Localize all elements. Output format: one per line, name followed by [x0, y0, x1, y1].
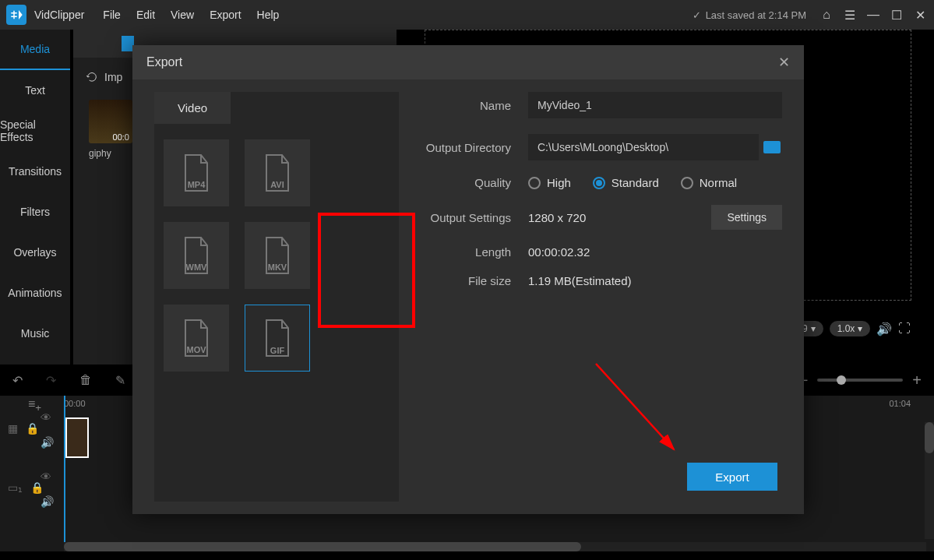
home-icon[interactable]: ⌂	[819, 7, 834, 23]
format-label: MP4	[188, 180, 206, 189]
quality-radio-standard[interactable]: Standard	[593, 176, 659, 189]
time-mark: 00:00	[64, 399, 86, 408]
filesize-value: 1.19 MB(Estimated)	[528, 274, 632, 287]
chevron-down-icon: ▾	[858, 323, 862, 334]
app-name: VidClipper	[34, 9, 84, 21]
sidebar-item-filters[interactable]: Filters	[0, 192, 70, 232]
radio-label: High	[547, 176, 571, 189]
length-label: Length	[419, 245, 528, 259]
check-icon: ✓	[693, 9, 701, 21]
sidebar-item-overlays[interactable]: Overlays	[0, 232, 70, 273]
maximize-button[interactable]: ☐	[889, 7, 904, 23]
format-label: WMV	[186, 262, 207, 272]
speaker-icon[interactable]: 🔊	[41, 436, 54, 449]
radio-icon	[528, 177, 541, 189]
format-wmv[interactable]: WMV	[164, 222, 229, 289]
sidebar-item-music[interactable]: Music	[0, 313, 70, 354]
format-label: GIF	[270, 346, 284, 355]
name-label: Name	[419, 99, 528, 112]
format-avi[interactable]: AVI	[245, 139, 310, 206]
menu-view[interactable]: View	[171, 9, 194, 21]
output-settings-label: Output Settings	[419, 211, 528, 224]
redo-icon[interactable]: ↷	[46, 373, 56, 388]
chevron-down-icon: ▾	[811, 323, 816, 334]
name-input[interactable]	[528, 92, 782, 118]
zoom-slider[interactable]	[817, 379, 903, 382]
quality-radio-high[interactable]: High	[528, 176, 571, 189]
format-panel: Video MP4AVIWMVMKVMOVGIF	[154, 92, 399, 502]
sidebar-item-transitions[interactable]: Transitions	[0, 151, 70, 192]
menu-help[interactable]: Help	[257, 9, 280, 21]
volume-icon[interactable]: 🔊	[876, 322, 892, 336]
titlebar: VidClipper File Edit View Export Help ✓ …	[0, 0, 934, 30]
radio-label: Normal	[700, 176, 737, 189]
export-button[interactable]: Export	[687, 463, 777, 491]
speed-label: 1.0x	[837, 323, 855, 334]
import-label: Imp	[104, 71, 122, 83]
save-status: ✓ Last saved at 2:14 PM	[693, 9, 806, 21]
radio-icon	[593, 177, 605, 189]
directory-input[interactable]	[528, 134, 759, 160]
directory-label: Output Directory	[419, 141, 528, 154]
radio-label: Standard	[612, 176, 659, 189]
format-gif[interactable]: GIF	[245, 305, 310, 372]
tab-video[interactable]: Video	[154, 92, 231, 124]
save-status-text: Last saved at 2:14 PM	[706, 9, 806, 21]
folder-icon[interactable]	[763, 141, 781, 153]
format-label: MOV	[186, 345, 206, 354]
dialog-title: Export	[146, 55, 182, 69]
export-dialog: Export ✕ Video MP4AVIWMVMKVMOVGIF Name O…	[132, 45, 804, 514]
sidebar-item-effects[interactable]: Special Effects	[0, 111, 70, 151]
refresh-icon	[86, 71, 98, 83]
dialog-close-button[interactable]: ✕	[778, 54, 790, 71]
quality-label: Quality	[419, 176, 528, 189]
length-value: 00:00:02.32	[528, 245, 590, 259]
speaker-icon[interactable]: 🔊	[41, 495, 54, 508]
delete-icon[interactable]: 🗑	[79, 373, 92, 387]
output-settings-value: 1280 x 720	[528, 211, 586, 224]
vertical-scrollbar[interactable]	[925, 422, 934, 539]
undo-icon[interactable]: ↶	[12, 373, 23, 388]
lock-icon[interactable]: 🔒	[30, 481, 44, 494]
format-mov[interactable]: MOV	[164, 305, 229, 372]
menu-icon[interactable]: ☰	[842, 7, 858, 23]
format-label: AVI	[270, 180, 284, 189]
format-label: MKV	[268, 262, 287, 272]
eye-icon[interactable]: 👁	[41, 470, 51, 483]
lock-icon[interactable]: 🔒	[26, 422, 39, 435]
track-video-icon[interactable]: ▦	[8, 422, 18, 435]
format-mp4[interactable]: MP4	[164, 139, 229, 206]
track-audio-icon[interactable]: ▭₁	[8, 481, 23, 494]
menu-file[interactable]: File	[103, 9, 121, 21]
main-menu: File Edit View Export Help	[103, 9, 279, 21]
quality-radio-normal[interactable]: Normal	[681, 176, 737, 189]
crop-icon[interactable]: ✎	[115, 373, 125, 388]
time-mark: 01:04	[889, 399, 911, 408]
horizontal-scrollbar[interactable]	[64, 542, 926, 551]
menu-edit[interactable]: Edit	[136, 9, 155, 21]
close-button[interactable]: ✕	[912, 7, 928, 23]
sidebar-item-animations[interactable]: Animations	[0, 273, 70, 313]
format-mkv[interactable]: MKV	[245, 222, 310, 289]
app-logo	[6, 5, 26, 25]
thumb-time: 00:0	[113, 132, 129, 142]
eye-icon[interactable]: 👁	[41, 411, 51, 424]
sidebar: Media Text Special Effects Transitions F…	[0, 30, 70, 365]
menu-export[interactable]: Export	[210, 9, 241, 21]
zoom-in-icon[interactable]: +	[912, 372, 922, 389]
radio-icon	[681, 177, 693, 189]
settings-button[interactable]: Settings	[711, 205, 782, 230]
sidebar-item-text[interactable]: Text	[0, 70, 70, 111]
sidebar-item-media[interactable]: Media	[0, 30, 70, 70]
minimize-button[interactable]: —	[865, 7, 881, 23]
timeline-clip[interactable]	[65, 417, 89, 458]
speed-pill[interactable]: 1.0x▾	[830, 321, 871, 336]
fullscreen-icon[interactable]: ⛶	[898, 322, 911, 336]
settings-panel: Name Output Directory Quality HighStanda…	[399, 92, 782, 502]
filesize-label: File size	[419, 274, 528, 287]
